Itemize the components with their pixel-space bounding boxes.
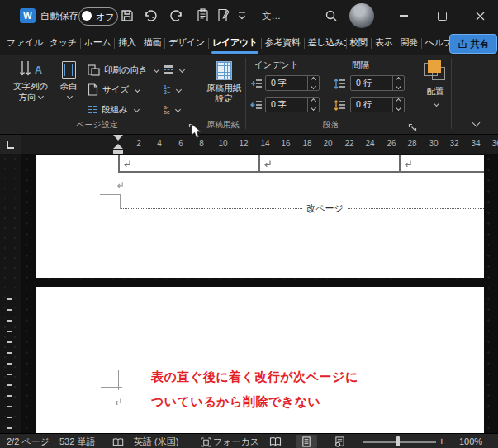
tab-home[interactable]: ホーム [81,31,115,55]
word-application-window: W 自動保存 オフ 文… [0,0,498,448]
line-numbers-button[interactable]: 1−2− [164,81,181,98]
save-button[interactable] [121,9,134,22]
left-indent-marker[interactable] [113,150,123,154]
chevron-down-icon [134,107,140,112]
tab-touch[interactable]: タッチ [46,31,80,55]
redo-button[interactable] [170,9,183,22]
undo-button[interactable] [144,9,160,22]
zoom-out-button[interactable]: − [353,434,359,448]
close-button[interactable] [466,0,494,31]
collapse-ribbon-button[interactable] [471,116,479,131]
ribbon-tab-bar: ファイル タッチ ホーム 挿入 描画 デザイン レイアウト 参考資料 差し込み文… [0,31,498,55]
hanging-indent-marker[interactable] [113,144,123,149]
clipboard-button[interactable] [197,8,209,22]
redo-icon [170,9,183,22]
spinner-steppers[interactable] [392,76,404,90]
tab-mailings[interactable]: 差し込み文書 [305,31,346,55]
size-icon [88,83,98,96]
tab-developer[interactable]: 開発 [396,31,420,55]
edit-page-icon [217,8,230,22]
tab-file[interactable]: ファイル [3,31,46,55]
spinner-steppers[interactable] [307,98,319,112]
horizontal-ruler[interactable]: 2 4 6 8 10 12 14 16 18 20 22 24 26 28 30… [21,135,498,154]
autosave-toggle[interactable]: オフ [78,7,118,26]
indent-left-icon [250,78,263,93]
tab-stop-selector[interactable] [0,135,21,155]
indent-left-spinner[interactable]: 0 字 [265,75,320,91]
spinner-steppers[interactable] [392,98,404,112]
indent-right-value: 0 字 [271,99,287,109]
ruler-number: 12 [239,139,248,148]
print-layout-button[interactable] [296,435,317,448]
ruler-number: 34 [471,139,480,148]
left-tab-stop-icon [7,141,14,149]
tab-layout[interactable]: レイアウト [209,31,261,55]
text-direction-icon: A [10,58,51,81]
tab-view[interactable]: 表示 [372,31,396,55]
arrange-button[interactable]: 配置 [422,60,448,110]
search-button[interactable] [325,9,338,22]
search-icon [325,9,338,22]
text-direction-label: 文字列の [10,81,51,92]
tab-references[interactable]: 参考資料 [262,31,304,55]
mouse-cursor [191,123,202,142]
text-boundary-corner [100,194,121,195]
hyphenation-button[interactable]: a-bc [164,101,180,118]
margins-button[interactable]: 余白 [52,58,85,102]
vertical-ruler-ticks [7,289,12,431]
document-page-2[interactable] [36,287,484,433]
tab-draw[interactable]: 描画 [140,31,164,55]
group-separator [451,58,452,129]
orientation-button[interactable]: 印刷の向き [88,61,159,79]
edit-document-button[interactable] [217,8,230,22]
zoom-in-button[interactable]: + [439,434,445,448]
columns-button[interactable]: 段組み [88,101,139,118]
indent-right-spinner[interactable]: 0 字 [265,97,320,112]
text-direction-button[interactable]: A 文字列の 方向 [10,58,51,102]
table-vertical-border [118,155,120,172]
chevron-down-icon [472,119,481,127]
document-page-1[interactable] [36,155,484,278]
chevron-down-icon [37,93,43,99]
zoom-slider-thumb[interactable] [396,436,400,446]
size-button[interactable]: サイズ [88,81,140,98]
word-count[interactable]: 532 単語 [59,434,95,448]
web-layout-button[interactable] [329,435,350,448]
page-break-label: 改ページ [302,203,348,215]
proofing-icon[interactable] [112,436,124,448]
share-button[interactable]: 共有 [449,34,497,54]
arrange-label: 配置 [422,86,448,97]
close-icon [476,12,485,21]
zoom-slider-track[interactable] [363,441,436,443]
word-logo-icon[interactable]: W [20,8,36,23]
paragraph-dialog-launcher[interactable] [408,121,417,136]
spacing-after-value: 0 行 [356,99,372,109]
page-break-dots [121,208,302,209]
read-mode-button[interactable] [264,435,286,448]
group-label-genko: 原稿用紙 [202,119,244,131]
page-indicator[interactable]: 2/2 ページ [7,434,50,448]
spacing-before-spinner[interactable]: 0 行 [350,75,405,91]
minimize-button[interactable] [390,0,418,31]
tab-design[interactable]: デザイン [165,31,208,55]
spinner-steppers[interactable] [307,76,319,90]
save-icon [121,9,134,22]
ruler-number: 36 [491,139,498,148]
maximize-button[interactable] [428,0,456,31]
tab-review[interactable]: 校閲 [347,31,371,55]
focus-mode-button[interactable]: フォーカス [213,434,259,448]
language-indicator[interactable]: 英語 (米国) [134,434,178,448]
qat-more-commands-button[interactable] [238,11,246,20]
text-direction-label2: 方向 [19,92,36,102]
breaks-button[interactable] [164,61,184,79]
tab-insert[interactable]: 挿入 [115,31,139,55]
user-avatar[interactable] [349,3,374,28]
document-title[interactable]: 文… [262,10,281,22]
chevron-down-icon [176,87,182,93]
spacing-after-spinner[interactable]: 0 行 [350,97,405,112]
zoom-level[interactable]: 100% [459,434,482,448]
ruler-number: 28 [407,139,416,148]
genko-settings-button[interactable]: 原稿用紙 設定 [205,58,243,104]
first-line-indent-marker[interactable] [113,135,123,141]
spacing-before-value: 0 行 [356,78,372,88]
